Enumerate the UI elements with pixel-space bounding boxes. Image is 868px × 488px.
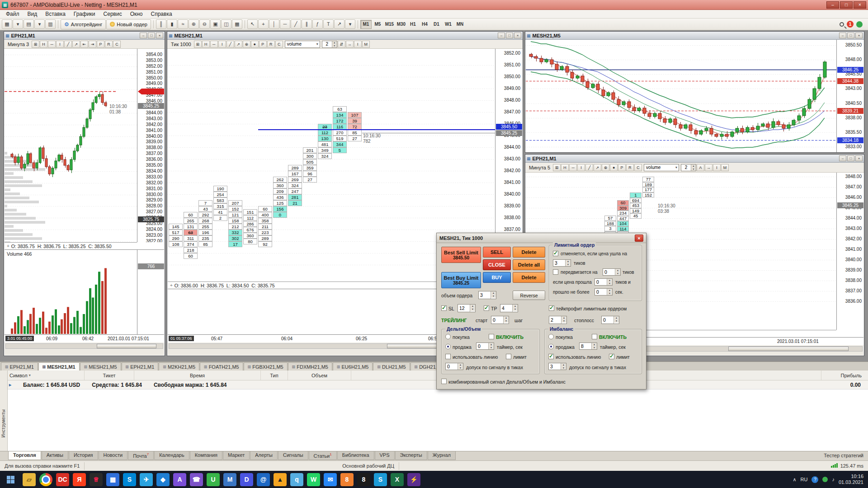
window-close-button[interactable]: × [514,33,521,38]
imbalance-timer-spinner[interactable]: ▲▼ [579,343,597,350]
trailing-start-input[interactable] [491,316,503,324]
menu-item-6[interactable]: Справка [147,10,176,18]
column-type[interactable]: Тип [261,371,288,380]
passed-ticks-input[interactable] [595,279,607,285]
price-scale[interactable]: 3848.003847.003846.003845.003844.003843.… [836,173,863,330]
spinner-arrows-icon[interactable]: ▲▼ [332,41,337,47]
timeframe-h1[interactable]: H1 [407,20,419,29]
tile-windows-button[interactable]: ▣ [210,19,221,29]
chart-tool-button-10[interactable]: C [113,41,121,48]
chart-scrollbar[interactable] [5,343,164,355]
search-icon[interactable] [840,22,844,27]
move-ticks-input[interactable] [603,269,615,275]
toolbox-tab-2[interactable]: История [69,451,98,460]
column-symbol[interactable]: Символ▾ [8,371,85,380]
excel-icon[interactable]: X [391,473,404,486]
chart-tool-button-10[interactable]: C [634,164,642,171]
toolbox-tab-4[interactable]: Почта7 [128,451,154,460]
chart-tool-button-2[interactable]: ─ [569,164,577,171]
window-close-button[interactable]: × [855,155,863,161]
trailing-stoploss-spinner[interactable]: ▲▼ [601,316,619,324]
profiles-arrow-button[interactable]: ▾ [34,19,45,29]
delta-timer-spinner[interactable]: ▲▼ [476,343,494,350]
spinner-arrows-icon[interactable]: ▲▼ [458,363,463,370]
spinner-arrows-icon[interactable]: ▲▼ [607,289,612,295]
order-volume-spinner[interactable]: ▲▼ [478,291,496,299]
maximize-button[interactable]: □ [840,1,853,9]
delete-all-button[interactable]: Delete all [513,259,545,270]
chart-tool-button-10[interactable]: C [275,41,283,48]
best-buy-limit-button[interactable]: Best Buy Limit3845.25 [441,272,481,288]
chart-tab-2[interactable]: ▥MESH21,M5 [80,362,121,371]
sl-spinner[interactable]: ▲▼ [458,304,476,312]
chart-tool-button-9[interactable]: R [267,41,275,48]
spinner-arrows-icon[interactable]: ▲▼ [615,269,620,275]
chart-tool-button-6[interactable]: ⊕ [243,41,250,48]
chart-plot-area[interactable] [526,40,836,152]
chart-tool-button-7[interactable]: ● [251,41,259,48]
chart-tab-8[interactable]: ▥EU6H21,M5 [333,362,373,371]
trailing-start-spinner[interactable]: ▲▼ [491,316,509,324]
chart-tool-button-3[interactable]: I [56,41,64,48]
chart-tab-6[interactable]: ▥FGBXH21,M5 [244,362,288,371]
cancel-if-price-checkbox[interactable] [553,251,558,256]
chart-tool-button-3[interactable]: I [577,164,585,171]
chart-window-titlebar[interactable]: ▦ EPH21,M1 –□× [525,155,864,163]
yandex-browser-icon[interactable]: Я [73,473,86,486]
window-restore-button[interactable]: □ [148,33,155,38]
candlestick-chart-button[interactable]: ▮ [167,19,177,29]
calculator-icon[interactable]: ▦ [106,473,119,486]
chart-extra-button-3[interactable]: M [721,164,729,171]
menu-item-5[interactable]: Окно [126,10,147,18]
app-a-icon[interactable]: A [173,473,186,486]
toolbox-tab-5[interactable]: Календарь [154,451,189,460]
move-order-checkbox[interactable] [553,269,558,275]
balance-row[interactable]: ▸ Баланс: 1 645.84 USD Средства: 1 645.8… [0,380,868,389]
minimize-button[interactable]: – [826,1,839,9]
text-label-button[interactable]: T [323,19,334,29]
chart-extra-button-0[interactable]: A [697,164,704,171]
chart-tool-button-3[interactable]: I [218,41,226,48]
algotrading-button[interactable]: ⚙Алготрейдинг [61,19,106,29]
price-scale[interactable]: 3850.503848.003845.503843.003840.503838.… [836,40,863,152]
chart-tool-button-0[interactable]: ⊞ [32,41,39,48]
chart-tab-5[interactable]: ▥FOATH21,M5 [200,362,243,371]
spinner-arrows-icon[interactable]: ▲▼ [561,363,566,370]
discord-icon[interactable]: D [240,473,253,486]
trailing-step-spinner[interactable]: ▲▼ [549,316,567,324]
toolbox-tab-8[interactable]: Алерты [250,451,278,460]
buy-button[interactable]: BUY [483,272,511,283]
chart-tool-button-7[interactable]: ● [610,164,618,171]
entry-price-line[interactable] [258,129,495,130]
window-restore-button[interactable]: □ [847,33,854,38]
toolbox-tab-9[interactable]: Сигналы [278,451,308,460]
tray-expand-icon[interactable]: ∧ [793,477,796,483]
column-time[interactable]: Время [134,371,261,380]
whatsapp-icon[interactable]: W [307,473,320,486]
spinner-arrows-icon[interactable]: ▲▼ [591,343,597,349]
chart-plot-area[interactable]: 10:16:3001:38 [5,49,137,242]
clock[interactable]: 10:1601.03.2021 [839,474,863,485]
chart-tool-button-4[interactable]: ╱ [585,164,593,171]
trade-list-area[interactable] [0,389,868,451]
volume-scale[interactable]: 766 [137,249,164,334]
horizontal-line-button[interactable]: ─ [280,19,290,29]
volume-pane[interactable]: Volume 466 [5,249,137,334]
delta-limit-checkbox[interactable] [506,354,511,359]
chart-extra-button-1[interactable]: → [705,164,712,171]
window-restore-button[interactable]: □ [847,155,854,161]
chart-tab-0[interactable]: ▥EPH21,M1 [1,362,38,371]
timeframe-mn[interactable]: MN [454,20,466,29]
tp-spinner[interactable]: ▲▼ [500,304,518,312]
toolbox-tab-3[interactable]: Новости [99,451,128,460]
delta-tolerance-spinner[interactable]: ▲▼ [445,363,463,370]
chart-tool-button-8[interactable]: P [618,164,626,171]
close-button[interactable]: × [854,1,866,9]
crosshair-button[interactable]: + [258,19,269,29]
dialog-close-button[interactable]: × [635,235,643,242]
chart-extra-button-3[interactable]: M [362,41,370,48]
imbalance-sell-radio[interactable] [548,344,554,349]
spinner-arrows-icon[interactable]: ▲▼ [607,279,612,285]
chart-tool-button-0[interactable]: ⊞ [194,41,202,48]
delta-sell-radio[interactable] [445,344,451,349]
